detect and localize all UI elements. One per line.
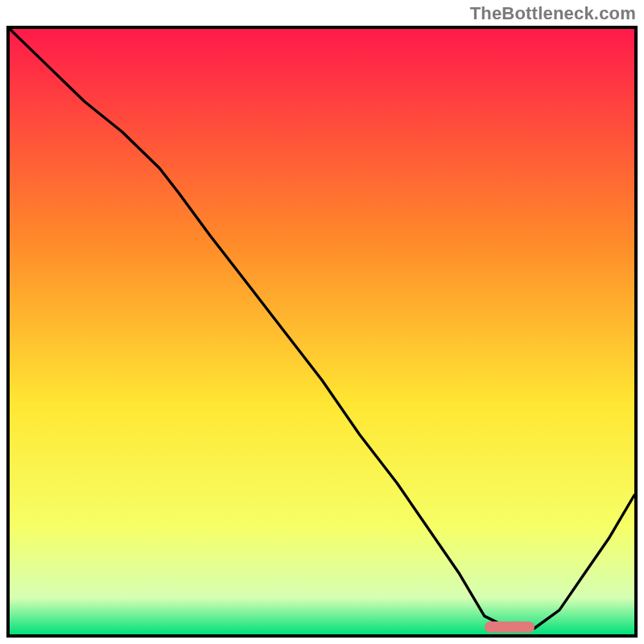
chart-frame (6, 26, 638, 638)
background-gradient (10, 29, 634, 634)
watermark-text: TheBottleneck.com (470, 3, 636, 24)
optimal-range-marker (485, 621, 535, 633)
svg-rect-0 (10, 29, 634, 634)
